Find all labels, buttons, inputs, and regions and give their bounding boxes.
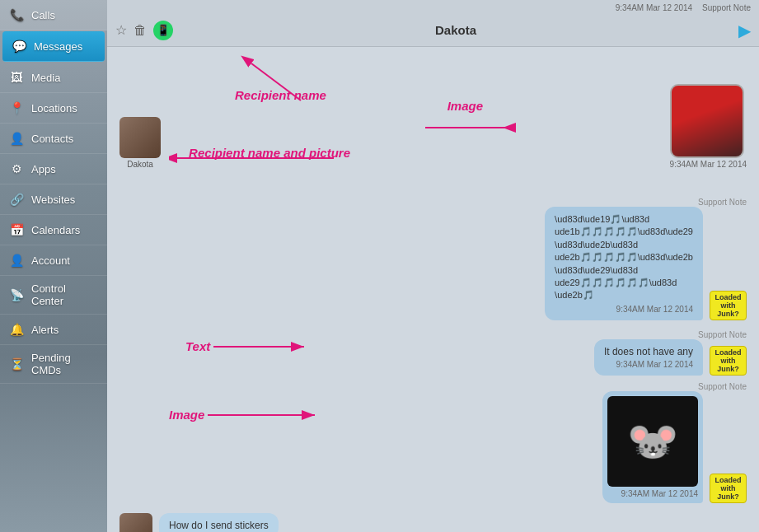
websites-icon: 🔗 — [8, 191, 25, 208]
pending-icon: ⏳ — [8, 356, 25, 372]
bubble-time-1: 9:34AM Mar 12 2014 — [555, 305, 693, 314]
trash-icon[interactable]: 🗑 — [134, 23, 147, 38]
media-icon: 🖼 — [8, 69, 25, 86]
outgoing-mickey-group: Image Support Note 🐭 — [119, 382, 747, 503]
sidebar-item-apps[interactable]: ⚙ Apps — [0, 154, 107, 184]
sidebar-item-media[interactable]: 🖼 Media — [0, 63, 107, 93]
incoming-avatar-group: Dakota Recipient name and picture — [119, 117, 161, 169]
control-center-icon: 📡 — [8, 287, 25, 303]
sidebar-item-websites[interactable]: 🔗 Websites — [0, 184, 107, 215]
text-bubble-2: It does not have any 9:34AM Mar 12 2014 — [594, 339, 703, 376]
contact-name: Dakota — [180, 23, 732, 37]
sidebar-item-calendars[interactable]: 📅 Calendars — [0, 215, 107, 245]
loaded-junk-badge-2[interactable]: Loaded with Junk? — [710, 346, 747, 376]
sidebar: 📞 Calls 💬 Messages 🖼 Media 📍 Locations 👤… — [0, 0, 107, 532]
top-support-note: Support Note — [702, 3, 751, 12]
avatar-stickers — [119, 513, 152, 532]
top-timestamp: 9:34AM Mar 12 2014 — [616, 3, 692, 12]
calendars-icon: 📅 — [8, 222, 25, 238]
sidebar-label-calendars: Calendars — [31, 224, 80, 236]
sidebar-label-calls: Calls — [31, 9, 55, 21]
top-right-bar: 9:34AM Mar 12 2014 Support Note — [107, 0, 759, 14]
loaded-junk-badge-3[interactable]: Loaded with Junk? — [710, 474, 747, 503]
sidebar-label-locations: Locations — [31, 102, 77, 114]
account-icon: 👤 — [8, 252, 25, 268]
sidebar-label-pending-cmds: Pending CMDs — [31, 352, 99, 376]
sidebar-item-contacts[interactable]: 👤 Contacts — [0, 124, 107, 154]
unicode-text: \ud83d\ude19🎵\ud83d ude1b🎵🎵🎵🎵🎵\ud83d\ude… — [555, 213, 693, 302]
sidebar-item-calls[interactable]: 📞 Calls — [0, 0, 107, 30]
image-timestamp: 9:34AM Mar 12 2014 — [670, 160, 747, 169]
forward-icon[interactable]: ▶ — [738, 21, 751, 40]
sidebar-label-websites: Websites — [31, 194, 75, 206]
annotation-recipient-name-picture: Recipient name and picture — [189, 146, 350, 160]
sidebar-item-messages[interactable]: 💬 Messages — [2, 31, 105, 62]
sidebar-item-pending-cmds[interactable]: ⏳ Pending CMDs — [0, 345, 107, 384]
support-note-1: Support Note — [698, 198, 747, 207]
sidebar-item-account[interactable]: 👤 Account — [0, 245, 107, 276]
sidebar-label-control-center: Control Center — [31, 282, 99, 307]
messages-icon: 💬 — [11, 38, 27, 54]
sidebar-item-control-center[interactable]: 📡 Control Center — [0, 276, 107, 315]
calls-icon: 📞 — [8, 7, 25, 23]
annotation-text: Text — [185, 339, 210, 353]
main-panel: 9:34AM Mar 12 2014 Support Note ☆ 🗑 📱 Da… — [107, 0, 759, 532]
avatar — [119, 117, 161, 158]
star-icon[interactable]: ☆ — [115, 22, 127, 38]
outgoing-text-group-1: Support Note \ud83d\ude19🎵\ud83d ude1b🎵🎵… — [119, 198, 747, 320]
no-junk-text: It does not have any — [604, 346, 693, 357]
annotation-image1: Image — [447, 99, 483, 113]
annotation-image2: Image — [169, 408, 204, 422]
apps-icon: ⚙ — [8, 161, 25, 177]
loaded-junk-badge-1[interactable]: Loaded with Junk? — [710, 291, 747, 320]
whatsapp-icon: 📱 — [153, 21, 173, 40]
chat-area[interactable]: Recipient name Dakota — [107, 47, 759, 532]
outgoing-text-group-2: Text Support Note It does — [119, 330, 747, 376]
outgoing-image-bubble — [670, 84, 744, 158]
mickey-bubble: 🐭 9:34AM Mar 12 2014 — [602, 391, 703, 503]
sender-name: Dakota — [127, 160, 153, 169]
sidebar-label-account: Account — [31, 254, 70, 267]
sticker-text-bubble: How do I send stickers — [159, 513, 279, 532]
sticker-text: How do I send stickers — [169, 520, 269, 531]
contacts-icon: 👤 — [8, 130, 25, 147]
sidebar-label-contacts: Contacts — [31, 133, 73, 145]
sidebar-label-apps: Apps — [31, 163, 56, 175]
mickey-image: 🐭 — [607, 396, 698, 487]
locations-icon: 📍 — [8, 100, 25, 116]
alerts-icon: 🔔 — [8, 321, 25, 338]
chat-wrapper: Recipient name Dakota — [107, 47, 759, 532]
sidebar-label-alerts: Alerts — [31, 324, 59, 336]
unicode-bubble: \ud83d\ude19🎵\ud83d ude1b🎵🎵🎵🎵🎵\ud83d\ude… — [545, 207, 703, 320]
outgoing-image-group: 9:34AM Mar 12 2014 — [670, 84, 747, 169]
sidebar-item-alerts[interactable]: 🔔 Alerts — [0, 315, 107, 345]
sidebar-item-locations[interactable]: 📍 Locations — [0, 93, 107, 124]
topbar: ☆ 🗑 📱 Dakota ▶ — [107, 14, 759, 47]
sidebar-label-messages: Messages — [34, 40, 82, 53]
incoming-sticker-group: Dakota How do I send stickers 9:33AM Mar… — [119, 513, 747, 532]
sidebar-label-media: Media — [31, 72, 60, 84]
